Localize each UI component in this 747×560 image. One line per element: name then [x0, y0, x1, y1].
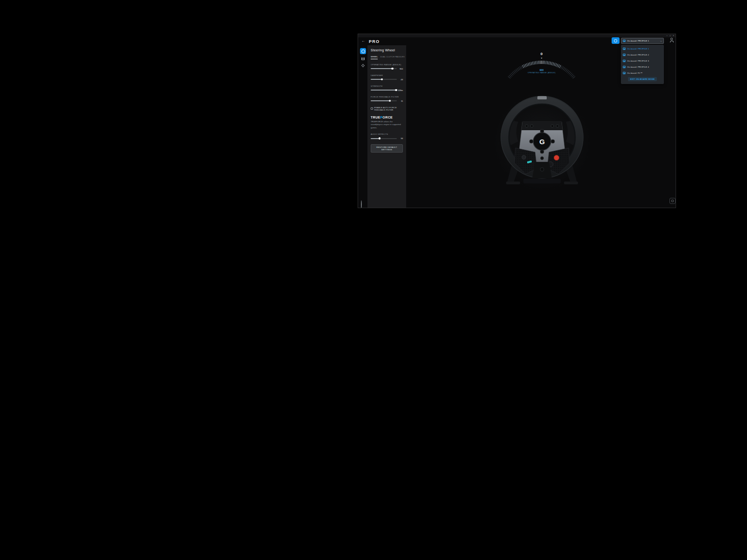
- slider-label: STRENGTH: [371, 85, 403, 87]
- menu-item-profile-3[interactable]: On-board: PROFILE 3: [621, 58, 664, 64]
- ffb-filter-slider[interactable]: [371, 100, 397, 101]
- settings-gear-icon: [361, 200, 362, 208]
- onboard-profile-icon: [623, 48, 626, 50]
- expand-view-button[interactable]: [669, 198, 676, 204]
- sidebar-item-pedals[interactable]: [360, 56, 366, 62]
- slider-value: 11: [401, 100, 403, 102]
- selected-profile-label: On-board: PROFILE 1: [627, 40, 649, 42]
- gauge-range-label: OPERATING RANGE (ANGLE): [493, 72, 591, 74]
- menu-item-profile-f1[interactable]: On-board: F1™: [621, 70, 664, 76]
- page-title: PRO: [369, 39, 380, 44]
- menu-item-profile-2[interactable]: On-board: PROFILE 2: [621, 52, 664, 58]
- user-icon: [670, 38, 673, 40]
- onboard-mode-button[interactable]: [612, 37, 620, 44]
- circle-ring-icon: [614, 39, 617, 42]
- titlebar[interactable]: – □ ×: [358, 34, 676, 37]
- slider-label: OPERATING RANGE (ANGLE): [371, 63, 403, 66]
- tab-wheel[interactable]: WHEEL: [371, 56, 378, 59]
- profile-dropdown[interactable]: On-board: PROFILE 1 ⌄: [621, 38, 664, 44]
- maximize-button[interactable]: □: [669, 34, 671, 37]
- tab-dual-clutch-paddles[interactable]: DUAL CLUTCH PADDLES: [380, 56, 404, 59]
- dampener-slider[interactable]: [371, 79, 397, 80]
- settings-panel: Steering Wheel WHEEL DUAL CLUTCH PADDLES…: [367, 45, 406, 208]
- settings-button[interactable]: [361, 201, 362, 208]
- svg-text:G: G: [539, 138, 545, 146]
- auto-ffb-filter-checkbox-row[interactable]: ENABLE AUTO FORCE FEEDBACK FILTER: [371, 106, 403, 111]
- slider-label: FORCE FEEDBACK FILTER: [371, 96, 403, 98]
- panel-tabs: WHEEL DUAL CLUTCH PADDLES: [371, 56, 403, 59]
- menu-item-profile-4[interactable]: On-board: PROFILE 4: [621, 64, 664, 70]
- sidebar-item-brightness[interactable]: [360, 63, 366, 69]
- audio-effects-slider[interactable]: [371, 138, 397, 139]
- checkbox-icon[interactable]: [371, 107, 373, 110]
- menu-item-profile-1[interactable]: On-board: PROFILE 1: [621, 46, 664, 52]
- onboard-profile-icon: [623, 60, 626, 62]
- operating-range-slider[interactable]: [371, 68, 397, 69]
- slider-value: 34: [401, 137, 403, 140]
- steering-angle-gauge: 0 ▼ 900 OPERATING RANGE (ANGLE): [493, 52, 591, 85]
- close-button[interactable]: ×: [673, 34, 674, 37]
- slider-value: 11Nm: [398, 89, 403, 91]
- trueforce-logo: TRUEFORCE: [371, 116, 403, 119]
- sidebar-item-steering-wheel[interactable]: [360, 48, 366, 54]
- steering-wheel-image: G: [498, 93, 586, 186]
- steering-wheel-icon: [361, 49, 365, 53]
- gauge-value: 0: [493, 52, 591, 56]
- onboard-profile-icon: [623, 72, 626, 74]
- onboard-profile-icon: [623, 40, 626, 42]
- pedals-icon: [361, 57, 365, 61]
- slider-label: AUDIO EFFECTS: [371, 133, 403, 135]
- chevron-down-icon: ⌄: [660, 40, 662, 42]
- user-account-button[interactable]: [669, 38, 674, 43]
- slider-value: 900: [400, 68, 403, 70]
- onboard-profile-icon: [623, 54, 626, 56]
- trueforce-description: TRUEFORCE utilizes the sound/physics eng…: [371, 120, 403, 130]
- onboard-profile-icon: [623, 66, 626, 68]
- strength-slider[interactable]: [371, 90, 397, 91]
- back-arrow-icon[interactable]: ←: [361, 39, 365, 43]
- device-rail: [358, 46, 367, 208]
- slider-label: DAMPENER: [371, 74, 403, 77]
- exit-onboard-mode-link[interactable]: EXIT ON-BOARD MODE: [628, 77, 657, 81]
- slider-value: 43: [401, 78, 403, 81]
- panel-title: Steering Wheel: [371, 49, 403, 52]
- profile-dropdown-menu: On-board: PROFILE 1 On-board: PROFILE 2 …: [621, 45, 664, 84]
- expand-icon: [671, 200, 674, 202]
- restore-defaults-button[interactable]: RESTORE DEFAULT SETTINGS: [371, 144, 403, 153]
- ghub-window: – □ × ← PRO Steering Wheel WHEEL DUAL CL…: [358, 34, 676, 208]
- minimize-button[interactable]: –: [666, 34, 668, 37]
- checkbox-label: ENABLE AUTO FORCE FEEDBACK FILTER: [374, 106, 403, 111]
- gauge-range-value: 900: [493, 69, 591, 71]
- brightness-icon: [362, 64, 364, 67]
